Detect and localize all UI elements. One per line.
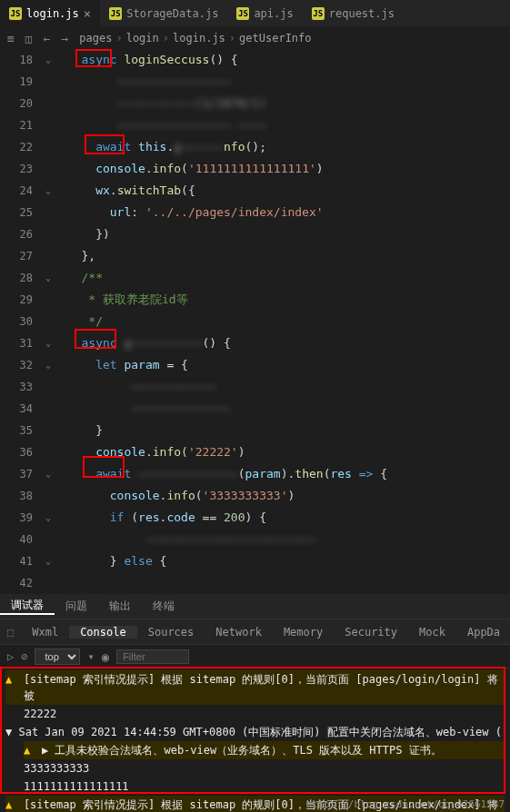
breadcrumb-item[interactable]: login.js [173, 32, 225, 45]
forward-icon[interactable]: → [61, 32, 68, 45]
inspect-icon[interactable]: ⬚ [0, 626, 21, 639]
console-log-entry[interactable]: 1111111111111111 [24, 777, 505, 796]
tab-label: request.js [329, 7, 395, 20]
fold-column[interactable]: ⌄⌄⌄⌄⌄⌄⌄⌄ [45, 49, 60, 594]
tab-label: login.js [26, 7, 79, 20]
code-area[interactable]: async loginSeccuss() { ———————————————— … [60, 49, 510, 594]
breadcrumb-item[interactable]: pages [79, 32, 112, 45]
js-file-icon: JS [236, 7, 249, 20]
console-log-entry[interactable]: ▲[sitemap 索引情况提示] 根据 sitemap 的规则[0]，当前页面… [5, 670, 505, 705]
devtools-sub-tab[interactable]: Sources [137, 626, 205, 639]
devtools-sub-tab[interactable]: Security [334, 626, 408, 639]
console-toolbar: ▷ ⊘ top ▾ ◉ [0, 645, 510, 668]
devtools-tab[interactable]: 输出 [98, 599, 142, 614]
clear-icon[interactable]: ⊘ [21, 650, 27, 663]
js-file-icon: JS [9, 7, 22, 20]
editor-tab[interactable]: JSapi.js [227, 0, 302, 26]
js-file-icon: JS [312, 7, 325, 20]
play-icon[interactable]: ▷ [7, 650, 14, 663]
filter-input[interactable] [116, 649, 189, 664]
devtools-sub-tab[interactable]: Network [205, 626, 273, 639]
scope-dropdown[interactable]: top [35, 649, 80, 665]
code-editor[interactable]: 1819202122232425262728293031323334353637… [0, 49, 510, 594]
warning-icon: ▲ [5, 797, 18, 812]
devtools-sub-tab[interactable]: Memory [273, 626, 334, 639]
editor-tabs: JSlogin.js×JSStorageData.jsJSapi.jsJSreq… [0, 0, 510, 27]
dropdown-icon: ▾ [87, 650, 94, 663]
console-log-entry[interactable]: ▲▶ 工具未校验合法域名、web-view（业务域名）、TLS 版本以及 HTT… [24, 741, 505, 759]
editor-tab[interactable]: JSlogin.js× [0, 0, 100, 26]
breadcrumb-item[interactable]: login [126, 32, 159, 45]
editor-tab[interactable]: JSrequest.js [303, 0, 404, 26]
editor-tab[interactable]: JSStorageData.js [100, 0, 227, 26]
devtools-sub-tab[interactable]: Console [69, 626, 137, 639]
warning-icon: ▲ [5, 671, 18, 704]
devtools-tab[interactable]: 问题 [55, 599, 98, 614]
devtools-tab[interactable]: 终端 [142, 599, 185, 614]
warning-icon: ▲ [24, 742, 36, 758]
console-output[interactable]: ▲[sitemap 索引情况提示] 根据 sitemap 的规则[0]，当前页面… [0, 668, 510, 812]
console-log-entry[interactable]: 22222 [24, 705, 505, 723]
devtools-tabs: 调试器问题输出终端 [0, 594, 510, 619]
bookmark-icon[interactable]: ◫ [25, 32, 33, 45]
tab-label: api.js [254, 7, 293, 20]
console-log-entry[interactable]: ▼ Sat Jan 09 2021 14:44:59 GMT+0800 (中国标… [5, 723, 505, 741]
devtools-sub-tabs: ⬚ WxmlConsoleSourcesNetworkMemorySecurit… [0, 619, 510, 645]
devtools-sub-tab[interactable]: Mock [408, 626, 456, 639]
devtools-sub-tab[interactable]: Wxml [21, 626, 69, 639]
line-numbers: 1819202122232425262728293031323334353637… [0, 49, 45, 594]
console-log-entry[interactable]: 3333333333 [24, 759, 505, 777]
js-file-icon: JS [109, 7, 122, 20]
watermark: https://blog.csdn.net/qq_42661587 [305, 798, 505, 810]
breadcrumb[interactable]: pages › login › login.js › getUserInfo [79, 32, 311, 45]
tab-label: StorageData.js [126, 7, 218, 20]
devtools-tab[interactable]: 调试器 [0, 598, 55, 615]
menu-icon[interactable]: ≡ [7, 32, 15, 45]
eye-icon[interactable]: ◉ [102, 649, 109, 664]
back-icon[interactable]: ← [44, 32, 51, 45]
editor-toolbar: ≡ ◫ ← → pages › login › login.js › getUs… [0, 27, 510, 49]
devtools-sub-tab[interactable]: AppDa [456, 626, 510, 639]
breadcrumb-item[interactable]: getUserInfo [239, 32, 311, 45]
close-icon[interactable]: × [84, 6, 91, 21]
